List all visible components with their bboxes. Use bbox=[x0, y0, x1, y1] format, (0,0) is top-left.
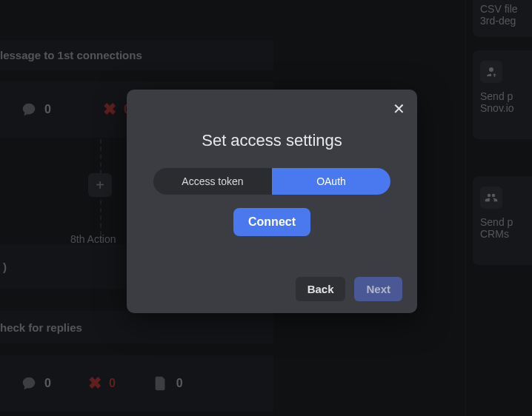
back-button[interactable]: Back bbox=[296, 277, 346, 301]
modal-title: Set access settings bbox=[144, 131, 399, 150]
close-icon: ✕ bbox=[393, 101, 405, 117]
close-button[interactable]: ✕ bbox=[393, 100, 405, 118]
access-settings-modal: ✕ Set access settings Access token OAuth… bbox=[127, 90, 417, 313]
next-button[interactable]: Next bbox=[354, 277, 402, 301]
auth-method-segmented: Access token OAuth bbox=[153, 168, 390, 195]
tab-oauth[interactable]: OAuth bbox=[272, 168, 390, 195]
modal-overlay[interactable]: ✕ Set access settings Access token OAuth… bbox=[0, 0, 532, 416]
tab-access-token[interactable]: Access token bbox=[153, 168, 272, 195]
modal-footer: Back Next bbox=[296, 277, 402, 301]
connect-button[interactable]: Connect bbox=[233, 208, 310, 236]
